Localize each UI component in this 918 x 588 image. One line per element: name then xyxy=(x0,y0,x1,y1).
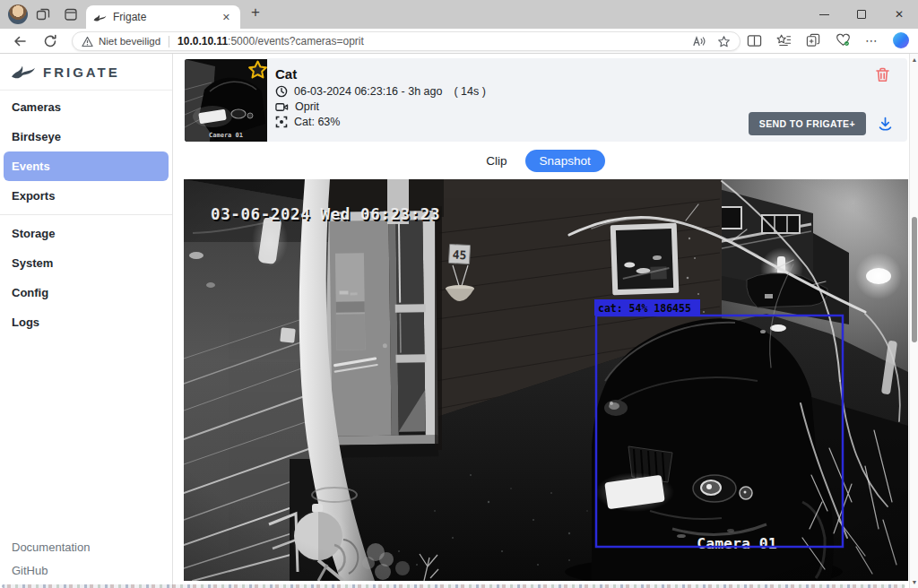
partial-next-row xyxy=(2,584,905,588)
frigate-bird-icon xyxy=(11,62,36,82)
detection-score-icon xyxy=(275,116,288,128)
read-aloud-icon[interactable] xyxy=(691,35,706,48)
event-thumbnail[interactable]: Camera 01 xyxy=(185,59,267,142)
clock-icon xyxy=(275,85,288,98)
frigate-sidebar: FRIGATE Cameras Birdseye Events Exports … xyxy=(0,54,173,588)
sidebar-item-config[interactable]: Config xyxy=(4,278,169,307)
security-label: Niet beveiligd xyxy=(99,36,160,47)
event-details: Cat 06-03-2024 06:23:16 - 3h ago ( 14s )… xyxy=(275,66,486,131)
snapshot-image: 45 xyxy=(184,179,908,581)
vignette xyxy=(184,179,908,581)
favorites-hub-icon[interactable] xyxy=(776,33,792,48)
address-separator xyxy=(169,36,169,48)
close-button[interactable]: ✕ xyxy=(880,0,918,29)
url-text: 10.0.10.11:5000/events?cameras=oprit xyxy=(178,35,691,48)
more-options-icon[interactable]: ⋯ xyxy=(865,33,879,48)
split-screen-icon[interactable] xyxy=(747,34,762,48)
sidebar-item-events[interactable]: Events xyxy=(4,151,169,181)
sidebar-nav: Cameras Birdseye Events Exports Storage … xyxy=(0,91,172,337)
event-card: Camera 01 Cat 06-03-2024 06:23:16 - 3h a… xyxy=(184,58,907,142)
event-detection: Cat: 63% xyxy=(294,116,340,128)
tab-title: Frigate xyxy=(113,11,220,23)
thumb-osd-camera: Camera 01 xyxy=(209,132,243,139)
frigate-logo[interactable]: FRIGATE xyxy=(0,54,172,91)
event-time-row: 06-03-2024 06:23:16 - 3h ago ( 14s ) xyxy=(275,85,486,98)
event-title: Cat xyxy=(275,66,486,82)
collections-icon[interactable] xyxy=(806,33,821,48)
maximize-button[interactable] xyxy=(843,0,880,29)
osd-camera-label: Camera 01 xyxy=(697,535,776,552)
url-path: :5000/events?cameras=oprit xyxy=(228,35,364,48)
not-secure-warning-icon xyxy=(82,36,93,48)
browser-essentials-icon[interactable] xyxy=(836,33,851,48)
event-score-row: Cat: 63% xyxy=(275,116,486,128)
viewer-tabs: Clip Snapshot xyxy=(184,142,907,179)
window-controls: ✕ xyxy=(805,0,918,29)
back-icon[interactable] xyxy=(12,33,28,49)
sidebar-footer: Documentation GitHub xyxy=(12,540,90,583)
event-actions: SEND TO FRIGATE+ xyxy=(749,112,894,135)
url-host: 10.0.10.11 xyxy=(178,35,228,48)
browser-tab-frigate[interactable]: Frigate ✕ xyxy=(86,5,240,29)
sidebar-item-system[interactable]: System xyxy=(4,248,169,278)
sidebar-item-cameras[interactable]: Cameras xyxy=(4,92,169,122)
sidebar-item-birdseye[interactable]: Birdseye xyxy=(4,122,169,151)
vertical-scrollbar[interactable]: ▲ ▼ xyxy=(909,54,918,588)
new-tab-button[interactable]: + xyxy=(251,4,260,22)
tab-close-icon[interactable]: ✕ xyxy=(220,12,233,23)
tab-actions-icon[interactable] xyxy=(64,7,78,22)
toolbar-right-icons: ⋯ xyxy=(747,32,909,48)
event-camera: Oprit xyxy=(295,100,319,113)
favorite-star-icon[interactable] xyxy=(717,35,731,48)
address-bar[interactable]: Niet beveiligd 10.0.10.11:5000/events?ca… xyxy=(72,31,740,51)
frigate-logo-text: FRIGATE xyxy=(43,65,120,80)
copilot-icon[interactable] xyxy=(893,32,909,48)
sidebar-divider xyxy=(0,214,172,215)
profile-avatar[interactable] xyxy=(8,4,28,24)
tab-clip[interactable]: Clip xyxy=(486,154,507,168)
workspaces-icon[interactable] xyxy=(36,7,50,22)
event-camera-row: Oprit xyxy=(275,100,486,113)
github-link[interactable]: GitHub xyxy=(12,564,90,577)
tab-snapshot[interactable]: Snapshot xyxy=(525,150,605,172)
sidebar-item-logs[interactable]: Logs xyxy=(4,307,169,337)
main-content: Camera 01 Cat 06-03-2024 06:23:16 - 3h a… xyxy=(173,54,909,588)
minimize-button[interactable] xyxy=(805,0,843,29)
scrollbar-thumb[interactable] xyxy=(912,217,917,342)
event-duration: ( 14s ) xyxy=(454,85,485,98)
refresh-icon[interactable] xyxy=(42,33,58,49)
scroll-down-icon[interactable]: ▼ xyxy=(910,579,918,585)
sidebar-item-exports[interactable]: Exports xyxy=(4,181,169,211)
browser-toolbar: Niet beveiligd 10.0.10.11:5000/events?ca… xyxy=(0,29,918,54)
delete-event-icon[interactable] xyxy=(874,66,891,83)
browser-window: Frigate ✕ + ✕ Niet beveiligd 10.0.10. xyxy=(0,0,918,588)
camera-icon xyxy=(275,101,289,113)
documentation-link[interactable]: Documentation xyxy=(12,540,90,554)
download-icon[interactable] xyxy=(877,116,894,133)
detection-label: cat: 54% 186455 xyxy=(598,302,691,315)
frigate-favicon-icon xyxy=(93,12,107,23)
event-timestamp: 06-03-2024 06:23:16 - 3h ago xyxy=(294,85,442,98)
send-to-frigate-plus-button[interactable]: SEND TO FRIGATE+ xyxy=(749,112,866,135)
browser-titlebar: Frigate ✕ + ✕ xyxy=(0,0,918,29)
osd-timestamp: 03-06-2024 Wed 06:23:23 xyxy=(211,205,440,223)
sidebar-item-storage[interactable]: Storage xyxy=(4,219,169,248)
favorite-event-star-icon[interactable] xyxy=(247,60,268,81)
scroll-up-icon[interactable]: ▲ xyxy=(910,56,918,63)
